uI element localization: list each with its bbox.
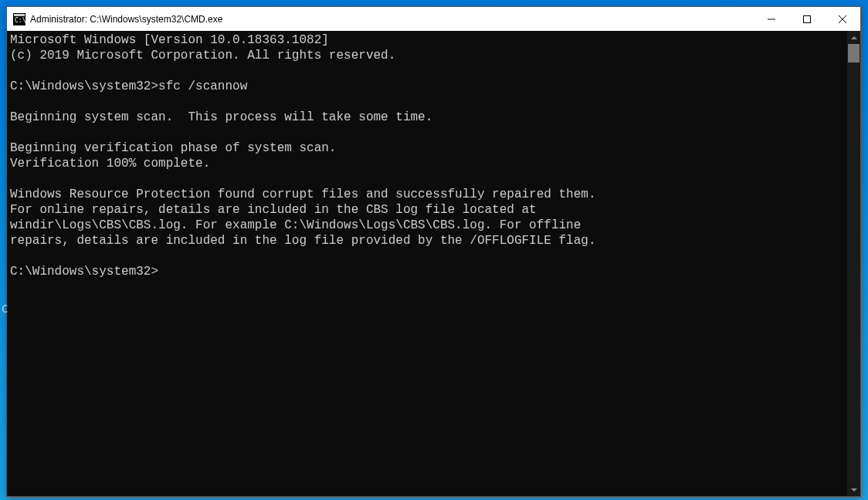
scrollbar-thumb[interactable] [848, 44, 860, 62]
svg-marker-9 [851, 488, 857, 492]
scroll-up-arrow[interactable] [847, 31, 860, 44]
console-area[interactable]: Microsoft Windows [Version 10.0.18363.10… [7, 31, 860, 496]
console-output: Microsoft Windows [Version 10.0.18363.10… [10, 32, 847, 310]
minimize-button[interactable] [754, 7, 789, 31]
window-title: Administrator: C:\Windows\system32\CMD.e… [30, 14, 754, 25]
console-line: repairs, details are included in the log… [10, 233, 847, 248]
cmd-window: C:\ Administrator: C:\Windows\system32\C… [6, 6, 861, 497]
close-button[interactable] [825, 7, 860, 31]
console-line: Windows Resource Protection found corrup… [10, 187, 847, 202]
svg-text:C:\: C:\ [15, 17, 25, 24]
vertical-scrollbar[interactable] [847, 31, 860, 496]
titlebar[interactable]: C:\ Administrator: C:\Windows\system32\C… [7, 7, 860, 31]
maximize-button[interactable] [789, 7, 825, 31]
svg-marker-8 [851, 36, 857, 39]
console-line: windir\Logs\CBS\CBS.log. For example C:\… [10, 218, 847, 233]
console-line [10, 248, 847, 264]
console-line: Microsoft Windows [Version 10.0.18363.10… [10, 32, 847, 48]
console-line [10, 295, 847, 310]
console-line [10, 171, 847, 187]
window-controls [754, 7, 860, 31]
console-line: Verification 100% complete. [10, 156, 847, 171]
console-line: For online repairs, details are included… [10, 202, 847, 218]
console-line [10, 63, 847, 79]
console-line: Beginning system scan. This process will… [10, 110, 847, 125]
console-line: C:\Windows\system32>sfc /scannow [10, 79, 847, 94]
scroll-down-arrow[interactable] [847, 483, 860, 496]
console-line [10, 94, 847, 110]
console-line: Beginning verification phase of system s… [10, 140, 847, 156]
console-line: (c) 2019 Microsoft Corporation. All righ… [10, 48, 847, 63]
svg-rect-5 [804, 15, 811, 22]
background-char: C [2, 302, 8, 315]
svg-rect-1 [14, 14, 25, 16]
console-line: C:\Windows\system32> [10, 264, 847, 279]
app-icon: C:\ [13, 13, 25, 25]
console-line [10, 279, 847, 295]
console-line [10, 125, 847, 140]
